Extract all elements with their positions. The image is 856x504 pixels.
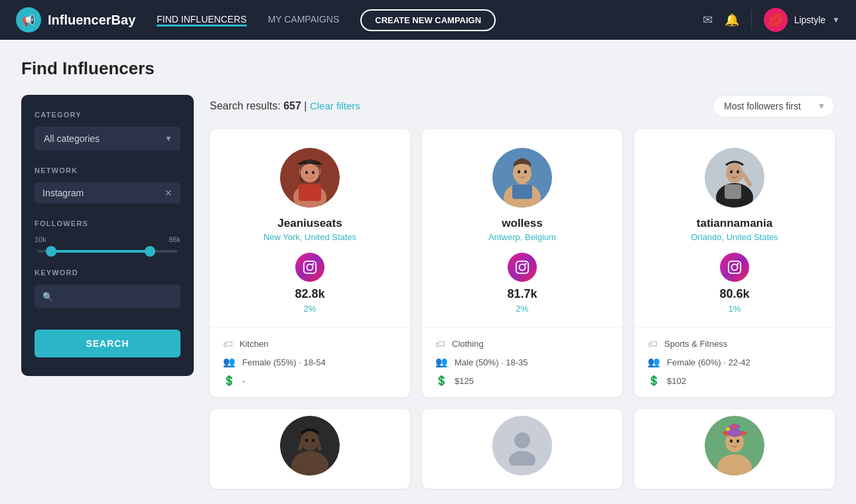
card-price-row-1: 💲 - — [223, 375, 397, 387]
followers-range-fill — [51, 250, 149, 253]
svg-point-38 — [509, 451, 535, 466]
table-row[interactable]: wolless Antwerp, Belgium 81.7k 2% — [422, 129, 622, 397]
nav-find-influencers[interactable]: FIND INFLUENCERS — [157, 14, 246, 27]
avatar-4 — [280, 416, 340, 475]
svg-point-6 — [312, 171, 315, 174]
table-row[interactable] — [422, 409, 622, 489]
page-title: Find Influencers — [21, 58, 835, 79]
navbar-nav: FIND INFLUENCERS MY CAMPAIGNS CREATE NEW… — [157, 9, 681, 31]
card-audience-3: Female (60%) · 22-42 — [667, 357, 750, 367]
table-row[interactable] — [210, 409, 410, 489]
tag-icon-3: 🏷 — [648, 338, 658, 349]
followers-range-thumb-left[interactable] — [46, 246, 56, 257]
keyword-input[interactable] — [35, 284, 180, 308]
results-area: Search results: 657 | Clear filters Most… — [210, 95, 835, 489]
svg-point-22 — [726, 163, 743, 183]
avatar-1 — [280, 148, 340, 208]
card-price-1: - — [242, 376, 245, 386]
results-header: Search results: 657 | Clear filters Most… — [210, 95, 835, 117]
card-category-row-1: 🏷 Kitchen — [223, 338, 397, 349]
create-campaign-button[interactable]: CREATE NEW CAMPAIGN — [360, 9, 496, 31]
card-audience-row-2: 👥 Male (50%) · 18-35 — [435, 356, 609, 368]
sidebar: CATEGORY All categories ▼ NETWORK Instag… — [21, 95, 194, 376]
svg-point-34 — [312, 439, 315, 442]
category-filter: CATEGORY All categories ▼ — [35, 111, 180, 151]
network-tag-remove-icon[interactable]: ✕ — [165, 188, 173, 198]
followers-range-labels: 10k 86k — [35, 235, 180, 243]
card-top-2: wolless Antwerp, Belgium 81.7k 2% — [422, 129, 622, 328]
card-bottom-2: 🏷 Clothing 👥 Male (50%) · 18-35 💲 $125 — [422, 328, 622, 397]
content-layout: CATEGORY All categories ▼ NETWORK Instag… — [21, 95, 835, 489]
svg-point-18 — [519, 264, 525, 270]
notifications-icon[interactable]: 🔔 — [725, 13, 739, 27]
instagram-icon-3 — [720, 253, 749, 282]
followers-range-track — [37, 250, 178, 253]
svg-point-9 — [307, 264, 313, 270]
card-followers-1: 82.8k — [295, 287, 324, 301]
card-top-1: Jeaniuseats New York, United States 82.8… — [210, 129, 410, 328]
avatar-3 — [705, 148, 764, 208]
user-menu[interactable]: 💋 Lipstyle ▼ — [764, 8, 840, 32]
card-name-2: wolless — [502, 217, 542, 230]
card-category-1: Kitchen — [240, 339, 268, 349]
svg-rect-26 — [725, 184, 741, 199]
followers-min-label: 10k — [35, 235, 46, 243]
instagram-icon-1 — [295, 253, 324, 282]
card-price-row-3: 💲 $102 — [648, 375, 821, 387]
tag-icon-2: 🏷 — [435, 338, 445, 349]
price-icon-2: 💲 — [435, 375, 448, 387]
navbar: 📢 InfluencerBay FIND INFLUENCERS MY CAMP… — [0, 0, 856, 40]
followers-range-thumb-right[interactable] — [145, 246, 155, 257]
navbar-right: ✉ 🔔 💋 Lipstyle ▼ — [703, 8, 840, 32]
svg-point-37 — [514, 432, 530, 448]
network-label: NETWORK — [35, 166, 180, 174]
svg-rect-17 — [516, 261, 528, 273]
card-price-2: $125 — [455, 376, 474, 386]
svg-point-14 — [518, 170, 520, 174]
card-location-1: New York, United States — [263, 232, 356, 242]
card-followers-3: 80.6k — [719, 287, 749, 301]
card-bottom-1: 🏷 Kitchen 👥 Female (55%) · 18-54 💲 - — [210, 328, 410, 397]
clear-filters-link[interactable]: Clear filters — [310, 100, 360, 111]
results-count-text: Search results: 657 | Clear filters — [210, 100, 360, 112]
keyword-search-icon: 🔍 — [42, 292, 53, 302]
svg-point-47 — [733, 424, 737, 428]
search-button[interactable]: SEARCH — [35, 330, 180, 357]
table-row[interactable] — [634, 409, 835, 489]
card-engagement-3: 1% — [729, 304, 741, 314]
nav-my-campaigns[interactable]: MY CAMPAIGNS — [268, 14, 340, 26]
card-audience-2: Male (50%) · 18-35 — [455, 357, 528, 367]
card-category-2: Clothing — [452, 339, 484, 349]
svg-point-4 — [301, 164, 319, 182]
svg-rect-27 — [729, 261, 741, 273]
logo[interactable]: 📢 InfluencerBay — [16, 7, 135, 32]
logo-text: InfluencerBay — [48, 13, 135, 28]
tag-icon-1: 🏷 — [223, 338, 233, 349]
table-row[interactable]: tatiannamania Orlando, United States 80.… — [634, 129, 835, 397]
user-name: Lipstyle — [794, 15, 825, 25]
messages-icon[interactable]: ✉ — [703, 13, 713, 27]
svg-rect-7 — [299, 184, 321, 201]
card-price-3: $102 — [667, 376, 686, 386]
keyword-filter: KEYWORD 🔍 — [35, 269, 180, 308]
category-select[interactable]: All categories — [35, 127, 180, 151]
svg-rect-16 — [512, 184, 532, 199]
svg-point-43 — [737, 440, 739, 443]
card-engagement-2: 2% — [516, 304, 529, 314]
card-bottom-3: 🏷 Sports & Fitness 👥 Female (60%) · 22-4… — [634, 328, 835, 397]
svg-point-10 — [313, 263, 315, 265]
results-count-prefix: Search results: — [210, 100, 281, 111]
svg-point-19 — [525, 263, 527, 265]
card-top-5 — [422, 409, 622, 489]
sort-select[interactable]: Most followers firstLeast followers firs… — [713, 95, 835, 117]
main-content: Find Influencers CATEGORY All categories… — [0, 40, 856, 504]
results-divider: | — [304, 100, 307, 111]
instagram-icon-2 — [508, 253, 537, 282]
card-name-3: tatiannamania — [697, 217, 772, 230]
svg-point-29 — [737, 263, 739, 265]
table-row[interactable]: Jeaniuseats New York, United States 82.8… — [210, 129, 410, 397]
price-icon-3: 💲 — [648, 375, 660, 387]
svg-point-15 — [524, 170, 527, 174]
card-top-3: tatiannamania Orlando, United States 80.… — [634, 129, 835, 328]
nav-divider — [751, 10, 752, 30]
